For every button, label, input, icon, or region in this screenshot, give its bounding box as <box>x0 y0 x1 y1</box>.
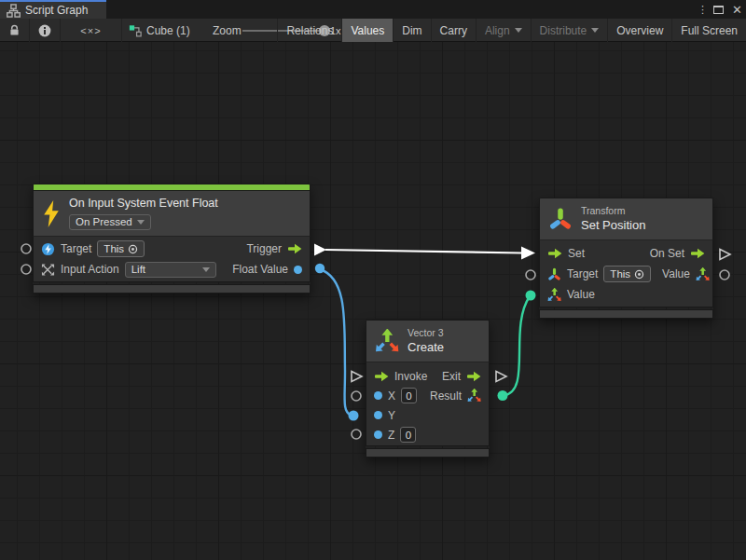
input-action-dropdown[interactable]: Lift <box>125 262 216 278</box>
graph-asset-icon <box>129 24 142 37</box>
dim-button[interactable]: Dim <box>393 19 430 42</box>
vector3-mini-icon <box>467 389 481 403</box>
event-node-footer <box>33 284 311 294</box>
vector3-node-body: Invoke Exit X 0 Result Y Z 0 <box>366 362 490 446</box>
relations-button[interactable]: Relations <box>277 19 341 42</box>
x-label: X <box>388 389 395 403</box>
tab-script-graph[interactable]: Script Graph <box>0 0 106 19</box>
flow-port-icon <box>690 248 705 259</box>
exit-label: Exit <box>442 370 461 383</box>
vector3-row-y: Y <box>366 405 489 425</box>
value-port-icon <box>374 411 382 419</box>
window-controls: ⋮ ✕ <box>698 0 742 19</box>
code-preview-button[interactable]: <×> <box>61 19 122 42</box>
unity-script-graph-window: Script Graph ⋮ ✕ <×> Cube (1) Zoom 1x <box>0 0 746 560</box>
node-title: Set Position <box>581 218 645 234</box>
event-row-input-action: Input Action Lift Float Value <box>34 259 310 280</box>
close-icon[interactable]: ✕ <box>732 4 742 16</box>
toolbar-view-buttons: Relations Values Dim Carry Align Distrib… <box>277 19 746 42</box>
vector3-row-invoke: Invoke Exit <box>366 366 489 386</box>
graph-toolbar: <×> Cube (1) Zoom 1x Relations Values Di… <box>0 19 746 42</box>
info-button[interactable] <box>30 19 61 42</box>
maximize-icon[interactable] <box>713 6 724 14</box>
y-label: Y <box>388 409 395 422</box>
z-value-input[interactable]: 0 <box>400 427 416 443</box>
carry-button[interactable]: Carry <box>431 19 476 42</box>
event-highlight-bar <box>33 184 311 190</box>
input-action-icon <box>41 263 55 277</box>
node-title: Create <box>408 340 444 356</box>
event-row-target: Target This Trigger <box>34 239 310 259</box>
target-label: Target <box>61 242 91 255</box>
scope-icon <box>634 269 644 280</box>
node-category: Vector 3 <box>408 326 444 339</box>
set-label: Set <box>568 247 585 260</box>
align-button[interactable]: Align <box>476 19 531 42</box>
graph-reference[interactable]: Cube (1) <box>129 19 190 42</box>
value-port-icon <box>374 430 382 439</box>
vector3-row-z: Z 0 <box>366 425 489 444</box>
chevron-down-icon <box>591 28 599 33</box>
graph-reference-label: Cube (1) <box>146 24 190 37</box>
value-out-label: Value <box>662 267 690 280</box>
vector3-icon <box>375 329 399 353</box>
chevron-down-icon <box>515 28 522 33</box>
vector3-mini-icon <box>696 267 710 281</box>
zoom-label: Zoom <box>213 19 242 42</box>
overview-button[interactable]: Overview <box>607 19 671 42</box>
float-value-port-icon <box>294 266 302 274</box>
transform-icon <box>548 207 573 231</box>
window-tab-bar: Script Graph ⋮ ✕ <box>0 0 746 19</box>
transform-row-target: Target This Value <box>540 264 712 284</box>
event-node-header[interactable]: On Input System Event Float On Pressed <box>33 190 311 237</box>
value-port-icon <box>374 391 382 400</box>
lock-icon <box>8 24 21 36</box>
target-label: Target <box>567 267 598 280</box>
chevron-down-icon <box>202 267 210 272</box>
float-value-label: Float Value <box>232 263 288 276</box>
graph-icon <box>7 4 21 18</box>
trigger-label: Trigger <box>246 242 282 255</box>
on-set-label: On Set <box>650 247 684 260</box>
node-title: On Input System Event Float <box>69 197 218 210</box>
flow-port-icon <box>374 371 389 382</box>
lightning-icon <box>42 200 61 227</box>
vector3-node-header[interactable]: Vector 3 Create <box>366 320 490 362</box>
transform-row-value: Value <box>540 284 712 305</box>
vector3-mini-icon <box>547 288 561 302</box>
values-button[interactable]: Values <box>341 19 393 42</box>
event-mode-dropdown[interactable]: On Pressed <box>69 214 151 230</box>
transform-node-header[interactable]: Transform Set Position <box>539 198 713 240</box>
flow-port-icon <box>547 248 562 259</box>
lock-button[interactable] <box>0 19 30 42</box>
flow-port-icon <box>466 371 481 382</box>
window-menu-icon[interactable]: ⋮ <box>698 4 705 16</box>
info-icon <box>38 24 51 37</box>
tab-title: Script Graph <box>25 4 88 17</box>
input-action-label: Input Action <box>61 263 119 276</box>
target-this-chip[interactable]: This <box>97 240 145 258</box>
flow-port-icon <box>287 243 302 254</box>
x-value-input[interactable]: 0 <box>401 388 417 403</box>
node-transform-set-position[interactable]: Transform Set Position Set On Set Target… <box>539 198 713 319</box>
vector3-row-x: X 0 Result <box>366 386 489 405</box>
target-this-chip[interactable]: This <box>603 266 651 283</box>
bolt-circle-icon <box>41 242 55 256</box>
node-on-input-system-event-float[interactable]: On Input System Event Float On Pressed T… <box>33 184 311 294</box>
toolbar-left-group: <×> <box>0 19 122 42</box>
transform-mini-icon <box>547 267 561 281</box>
result-label: Result <box>430 389 462 403</box>
fullscreen-button[interactable]: Full Screen <box>671 19 746 42</box>
distribute-button[interactable]: Distribute <box>531 19 608 42</box>
z-label: Z <box>388 429 394 442</box>
event-node-body: Target This Trigger Input Action Lift Fl… <box>33 237 311 282</box>
value-in-label: Value <box>567 288 595 301</box>
node-vector3-create[interactable]: Vector 3 Create Invoke Exit X 0 Result <box>366 320 490 458</box>
chevron-down-icon <box>137 220 145 225</box>
transform-node-footer <box>539 309 713 319</box>
vector3-node-footer <box>366 448 490 458</box>
transform-node-body: Set On Set Target This Value Value <box>539 240 713 307</box>
transform-row-set: Set On Set <box>540 243 712 264</box>
scope-icon <box>128 244 138 254</box>
node-category: Transform <box>581 204 645 217</box>
